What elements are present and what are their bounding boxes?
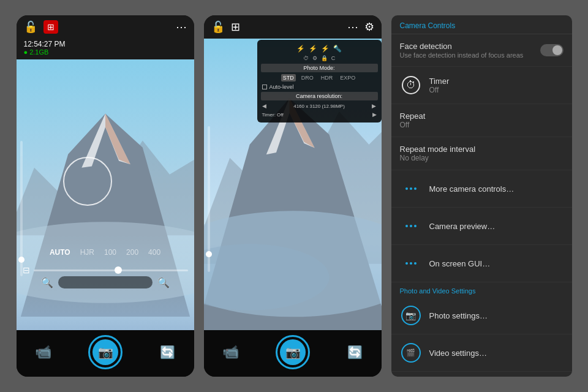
more-controls-label: More camera controls… [429, 184, 514, 194]
dot9 [414, 262, 417, 265]
resolution-value: 4160 x 3120 (12.98MP) [293, 104, 345, 109]
settings-row2: ⏱ ⚙ 🔒 C [261, 54, 378, 62]
lock-small-icon[interactable]: 🔒 [321, 55, 328, 61]
face-detection-item[interactable]: Face detection Use face detection instea… [391, 34, 572, 67]
exposure-track[interactable] [34, 270, 188, 271]
iso-100[interactable]: 100 [104, 248, 116, 257]
on-screen-gui-item[interactable]: On screen GUI… [391, 245, 572, 282]
photo-mode-label: Photo Mode: [261, 64, 378, 72]
iso-hjr[interactable]: HJR [80, 248, 94, 257]
panel2-lock-icon: 🔓 [211, 20, 225, 34]
dot4 [405, 225, 408, 227]
photo-settings-item[interactable]: 📷 Photo settings… [391, 297, 572, 334]
timer-icon-container: ⏱ [400, 74, 422, 96]
gear-small-icon[interactable]: ⚙ [312, 55, 317, 61]
zoom-bar: 🔍 🔍 [41, 276, 170, 288]
switch-camera-button[interactable]: 🔄 [160, 345, 175, 360]
repeat-interval-value: No delay [400, 154, 564, 162]
timer-value: Off [429, 86, 564, 94]
mode-dro[interactable]: DRO [300, 74, 315, 81]
focus-circle [63, 157, 112, 206]
res-next-arrow[interactable]: ▶ [372, 103, 376, 109]
photo-settings-icon-container: 📷 [400, 304, 422, 326]
main-container: 🔓 ⊞ ⋯ 12:54:27 PM ● 2.1GB [0, 0, 588, 392]
settings-overlay[interactable]: ⚡ ⚡ ⚡ 🔦 ⏱ ⚙ 🔒 C Photo Mode: STD DRO HDR … [257, 40, 382, 123]
panel2-header-right: ⋯ ⚙ [347, 20, 374, 34]
mode-hdr[interactable]: HDR [319, 74, 335, 81]
camera-view-1[interactable]: AUTO HJR 100 200 400 ⊟ 🔍 🔍 [17, 59, 194, 330]
capture-button-inner: 📷 [92, 339, 118, 365]
timer-label: Timer [429, 77, 564, 86]
panel1-bottom: 📹 📷 🔄 [17, 330, 194, 377]
flash-off-icon[interactable]: ⚡ [309, 45, 317, 53]
iso-200[interactable]: 200 [126, 248, 138, 257]
dot7 [405, 262, 408, 265]
dots-camera-preview [405, 225, 417, 227]
capture-button[interactable]: 📷 [88, 335, 123, 369]
exposure-red-icon[interactable]: ⊞ [43, 20, 58, 34]
dots-more-controls [405, 187, 417, 190]
dot6 [414, 225, 417, 227]
res-prev-arrow[interactable]: ◀ [262, 103, 266, 109]
flash-icon[interactable]: ⚡ [296, 45, 305, 53]
controls-section-title: Camera Controls [391, 15, 572, 34]
repeat-interval-text: Repeat mode interval No delay [400, 145, 564, 162]
on-screen-gui-icon-container [400, 252, 422, 274]
zoom-out-icon[interactable]: 🔍 [41, 277, 53, 288]
time-display: 12:54:27 PM [24, 40, 187, 48]
dot5 [410, 225, 412, 227]
camera-preview-item[interactable]: Camera preview… [391, 208, 572, 245]
panel2-bottom: 📹 📷 🔄 [204, 330, 382, 377]
repeat-value: Off [400, 121, 564, 129]
iso-400[interactable]: 400 [148, 248, 160, 257]
panel2-capture-button[interactable]: 📷 [276, 335, 310, 369]
face-detection-toggle[interactable] [540, 44, 564, 56]
panel2-settings-icon[interactable]: ⚙ [364, 20, 374, 34]
zoom-track[interactable] [58, 276, 153, 288]
iso-bar: AUTO HJR 100 200 400 [17, 248, 194, 257]
panel2-exposure-icon[interactable]: ⊞ [231, 20, 240, 34]
more-controls-icon-container [400, 178, 422, 200]
video-settings-icon-container: 🎬 [400, 342, 422, 364]
phone-panel-2: 🔓 ⊞ ⋯ ⚙ ⚡ ⚡ ⚡ 🔦 ⏱ ⚙ 🔒 C Photo Mode: [204, 15, 382, 377]
video-settings-item[interactable]: 🎬 Video settings… [391, 334, 572, 372]
timer-arrow[interactable]: ▶ [372, 111, 377, 118]
video-settings-video-icon: 🎬 [401, 343, 421, 363]
controls-panel: Camera Controls Face detection Use face … [391, 15, 572, 377]
on-screen-gui-label: On screen GUI… [429, 259, 491, 268]
header-right-icons: ⋯ [176, 20, 187, 34]
auto-level-checkbox[interactable] [262, 85, 267, 89]
mode-expo[interactable]: EXPO [338, 74, 357, 81]
storage-display: ● 2.1GB [24, 48, 187, 56]
vertical-thumb-2 [206, 251, 212, 257]
phone-panel-1: 🔓 ⊞ ⋯ 12:54:27 PM ● 2.1GB [17, 15, 194, 377]
dot3 [414, 187, 417, 190]
repeat-item[interactable]: Repeat Off [391, 104, 572, 137]
zoom-in-icon[interactable]: 🔍 [157, 277, 170, 288]
panel2-switch-button[interactable]: 🔄 [347, 345, 363, 360]
more-icon[interactable]: ⋯ [176, 20, 187, 34]
repeat-text: Repeat Off [400, 111, 564, 129]
timer-label: Timer: Off [262, 112, 284, 118]
torch-icon[interactable]: 🔦 [333, 45, 342, 53]
timer-small-icon[interactable]: ⏱ [303, 55, 309, 61]
settings-icons-row: ⚡ ⚡ ⚡ 🔦 [261, 43, 378, 54]
flash-auto-icon[interactable]: ⚡ [321, 45, 330, 53]
panel2-header: 🔓 ⊞ ⋯ ⚙ [204, 15, 382, 39]
iso-auto[interactable]: AUTO [50, 248, 70, 257]
repeat-interval-item[interactable]: Repeat mode interval No delay [391, 137, 572, 170]
dot2 [410, 187, 412, 190]
panel2-header-left: 🔓 ⊞ [211, 20, 240, 34]
panel2-more-icon[interactable]: ⋯ [347, 20, 358, 34]
vertical-thumb [18, 257, 24, 263]
vertical-slider-2[interactable] [208, 126, 210, 272]
video-button[interactable]: 📹 [35, 344, 51, 360]
photo-video-section-title: Photo and Video Settings [391, 282, 572, 297]
mode-std[interactable]: STD [281, 74, 296, 81]
more-controls-item[interactable]: More camera controls… [391, 170, 572, 208]
lock-icon: 🔓 [24, 20, 37, 34]
svg-point-6 [17, 222, 194, 303]
photo-settings-label: Photo settings… [429, 311, 488, 320]
timer-item[interactable]: ⏱ Timer Off [391, 67, 572, 104]
panel2-video-button[interactable]: 📹 [222, 344, 239, 360]
